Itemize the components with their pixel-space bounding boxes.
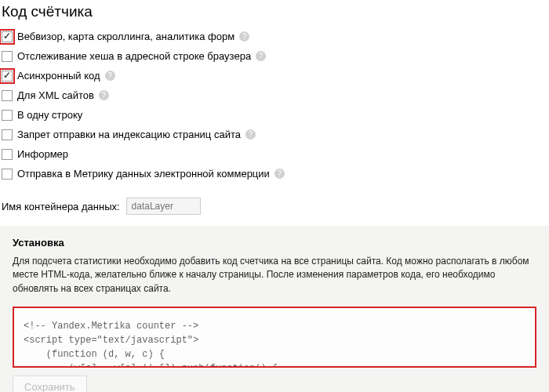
help-icon[interactable]: ?	[245, 129, 256, 140]
option-row: Вебвизор, карта скроллинга, аналитика фо…	[2, 27, 547, 46]
option-label: Вебвизор, карта скроллинга, аналитика фо…	[17, 31, 235, 42]
option-row: Отправка в Метрику данных электронной ко…	[2, 164, 547, 183]
option-row: В одну строку	[2, 105, 547, 125]
counter-code-box[interactable]: <!-- Yandex.Metrika counter --> <script …	[13, 307, 536, 368]
option-label: Для XML сайтов	[17, 89, 94, 101]
option-checkbox[interactable]	[2, 110, 13, 121]
install-description: Для подсчета статистики необходимо добав…	[13, 255, 536, 296]
option-label: Отслеживание хеша в адресной строке брау…	[17, 50, 251, 62]
option-checkbox[interactable]	[2, 169, 13, 180]
option-row: Асинхронный код?	[2, 66, 547, 85]
option-checkbox[interactable]	[2, 90, 13, 101]
option-checkbox[interactable]	[2, 71, 13, 82]
option-checkbox[interactable]	[2, 149, 13, 160]
container-name-row: Имя контейнера данных:	[0, 191, 549, 226]
help-icon[interactable]: ?	[99, 90, 109, 100]
option-row: Отслеживание хеша в адресной строке брау…	[2, 46, 547, 66]
option-label: Асинхронный код	[17, 70, 100, 82]
install-title: Установка	[13, 237, 536, 249]
container-name-input[interactable]	[126, 198, 201, 215]
option-label: Отправка в Метрику данных электронной ко…	[17, 168, 270, 180]
option-label: В одну строку	[17, 109, 82, 121]
help-icon[interactable]: ?	[239, 31, 249, 42]
option-label: Информер	[17, 148, 68, 160]
container-name-label: Имя контейнера данных:	[2, 201, 120, 212]
option-checkbox[interactable]	[2, 31, 13, 42]
options-list: Вебвизор, карта скроллинга, аналитика фо…	[0, 27, 549, 191]
option-row: Информер	[2, 144, 547, 164]
help-icon[interactable]: ?	[256, 51, 266, 61]
option-row: Для XML сайтов?	[2, 85, 547, 105]
help-icon[interactable]: ?	[274, 169, 285, 179]
install-section: Установка Для подсчета статистики необхо…	[0, 226, 549, 392]
option-label: Запрет отправки на индексацию страниц са…	[17, 129, 241, 140]
option-checkbox[interactable]	[2, 129, 13, 140]
help-icon[interactable]: ?	[105, 71, 115, 81]
save-button[interactable]: Сохранить	[13, 376, 87, 392]
page-title: Код счётчика	[0, 0, 549, 27]
option-row: Запрет отправки на индексацию страниц са…	[2, 125, 547, 144]
option-checkbox[interactable]	[2, 51, 13, 62]
